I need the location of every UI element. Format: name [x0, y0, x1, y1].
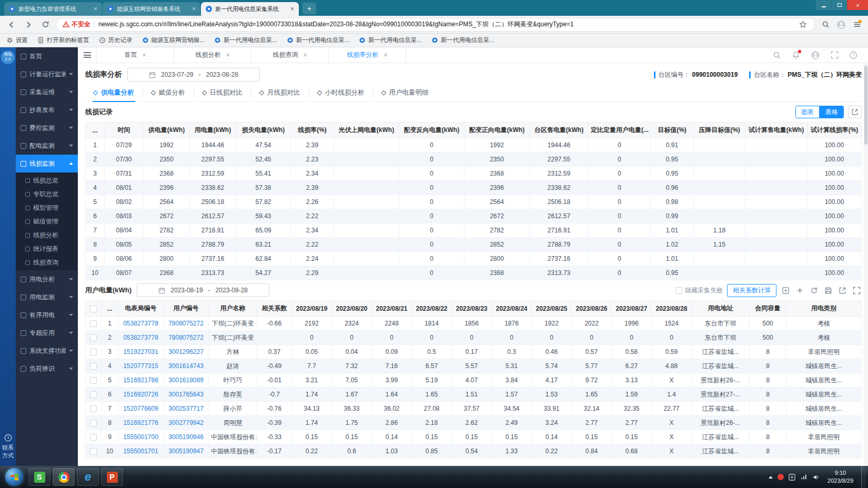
cell-link[interactable]: 7808075272 [168, 320, 204, 327]
sidebar-item[interactable]: 抄表发布 [16, 101, 78, 119]
row-checkbox[interactable] [90, 334, 97, 341]
row-checkbox[interactable] [90, 391, 97, 398]
cell-link[interactable]: 3001614743 [168, 362, 204, 370]
tab-close-icon[interactable]: × [192, 5, 196, 13]
cell-link[interactable]: 3005190946 [168, 433, 204, 441]
scrollbar-track[interactable] [864, 64, 868, 466]
user-avatar-button[interactable] [811, 50, 820, 60]
browser-menu-button[interactable] [851, 19, 863, 30]
scrollbar-thumb[interactable] [864, 66, 867, 145]
bookmark-item[interactable]: 打开新的标签页 [37, 36, 89, 44]
refresh-button[interactable] [809, 287, 819, 294]
row-checkbox[interactable] [90, 377, 97, 384]
export-table-button[interactable] [837, 287, 847, 294]
volume-icon[interactable] [812, 474, 820, 481]
sidebar-item[interactable]: 采集运维 [16, 83, 78, 101]
app-tab[interactable]: 线损率分析× [328, 47, 406, 63]
sidebar-subitem[interactable]: 模型管理 [16, 201, 78, 215]
reload-button[interactable] [39, 18, 52, 31]
search-zoom-button[interactable] [820, 19, 831, 30]
notifications-button[interactable] [792, 51, 800, 59]
subtab[interactable]: 小时线损分析 [309, 84, 373, 101]
select-all-checkbox[interactable] [90, 306, 97, 312]
subtab[interactable]: 日线损对比 [194, 84, 251, 101]
start-button[interactable] [5, 468, 23, 486]
cell-link[interactable]: 3001765643 [168, 391, 204, 398]
taskbar-powerpoint-button[interactable]: P [101, 468, 123, 486]
tab-close-icon[interactable]: × [94, 5, 97, 13]
sidebar-subitem[interactable]: 赋值管理 [16, 215, 78, 228]
sidebar-item[interactable]: 计量运行监测 [16, 65, 78, 83]
subtab[interactable]: 月线损对比 [251, 84, 309, 101]
bookmark-star-button[interactable] [797, 19, 809, 30]
taskbar-clock[interactable]: 9:10 2023/8/29 [824, 469, 856, 485]
tray-badge-icon[interactable] [778, 474, 784, 480]
taskbar-ie-button[interactable]: e [77, 468, 99, 486]
bookmark-item[interactable]: 新一代用电信息采... [359, 36, 422, 44]
cell-link[interactable]: 1555001700 [123, 433, 158, 441]
table-view-button[interactable]: 表格 [820, 106, 844, 118]
network-icon[interactable] [800, 474, 808, 481]
sidebar-item[interactable]: 用电分析 [16, 270, 78, 288]
browser-tab[interactable]: 新一代用电信息采集系统× [201, 2, 299, 16]
cell-link[interactable]: 1520777315 [123, 362, 158, 370]
tab-close-icon[interactable]: × [142, 52, 146, 59]
tab-close-icon[interactable]: × [226, 52, 229, 59]
cell-link[interactable]: 0538273778 [123, 334, 158, 341]
sidebar-collapse-button[interactable] [78, 47, 97, 63]
security-warning[interactable]: 不安全 [63, 20, 90, 29]
sidebar-item[interactable]: 配电监测 [16, 137, 78, 155]
tab-close-icon[interactable]: × [290, 5, 294, 13]
forward-button[interactable] [22, 18, 35, 31]
sidebar-item[interactable]: 首页 [16, 47, 78, 65]
correlation-calc-button[interactable]: 相关系数计算 [727, 284, 776, 297]
cell-link[interactable]: 1520776609 [123, 405, 158, 412]
chart-view-button[interactable]: 图表 [795, 106, 820, 118]
cell-link[interactable]: 1519227031 [123, 348, 158, 355]
loss-date-range-picker[interactable]: 2023-07-29 - 2023-08-28 [127, 68, 260, 82]
cell-link[interactable]: 1516921786 [123, 377, 158, 384]
app-tab[interactable]: 线损分析× [174, 47, 251, 63]
bookmark-item[interactable]: 新一代用电信息采... [431, 36, 494, 44]
cell-link[interactable]: 3002779942 [168, 419, 204, 426]
sidebar-item[interactable]: 费控监测 [16, 119, 78, 137]
add-row-button[interactable] [795, 287, 805, 294]
export-button[interactable] [848, 106, 862, 118]
hide-failed-toggle[interactable]: 隐藏采集失败 [675, 286, 723, 295]
browser-tab[interactable]: 能源互联网营销服务系统× [103, 2, 200, 16]
bookmark-item[interactable]: 历史记录 [99, 36, 133, 44]
subtab[interactable]: 供电量分析 [85, 84, 143, 101]
app-tab[interactable]: 线损查询× [251, 47, 329, 63]
cell-link[interactable]: 1516920726 [123, 391, 158, 398]
window-minimize-button[interactable] [815, 0, 831, 10]
window-maximize-button[interactable] [831, 0, 847, 10]
header-search-button[interactable] [773, 51, 781, 59]
app-tab[interactable]: 首页× [96, 47, 174, 63]
sidebar-subitem[interactable]: 统计报表 [16, 242, 78, 256]
help-button[interactable]: ? [849, 51, 857, 59]
new-tab-button[interactable]: + [302, 3, 316, 14]
back-button[interactable] [5, 18, 18, 31]
expand-table-button[interactable] [781, 287, 791, 294]
user-date-range-picker[interactable]: 2023-08-19 - 2023-08-28 [137, 283, 269, 297]
browser-tab[interactable]: 新型电力负荷管理系统× [4, 2, 102, 16]
subtab[interactable]: 赋值分析 [143, 84, 194, 101]
cell-link[interactable]: 1555001701 [123, 448, 158, 455]
tab-close-icon[interactable]: × [303, 52, 307, 59]
cell-link[interactable]: 3002537717 [168, 405, 204, 412]
tab-close-icon[interactable]: × [383, 52, 387, 59]
row-checkbox[interactable] [90, 349, 97, 355]
sidebar-subitem[interactable]: 线损总览 [16, 174, 78, 187]
row-checkbox[interactable] [90, 448, 97, 455]
bookmark-item[interactable]: 新一代用电信息采... [214, 36, 277, 44]
hidden-icons-button[interactable] [769, 476, 773, 479]
cell-link[interactable]: 3001618089 [168, 377, 204, 384]
row-checkbox[interactable] [90, 434, 97, 441]
profile-button[interactable] [835, 19, 847, 30]
taskbar-app-s-icon[interactable]: S [28, 468, 51, 486]
input-indicator-icon[interactable] [789, 474, 795, 481]
row-checkbox[interactable] [90, 405, 97, 412]
save-button[interactable] [823, 287, 833, 294]
address-bar[interactable]: 不安全 neweic.js.sgcc.com.cn/#/llm/line/Lin… [56, 18, 815, 32]
cell-link[interactable]: 3001296227 [168, 348, 204, 355]
